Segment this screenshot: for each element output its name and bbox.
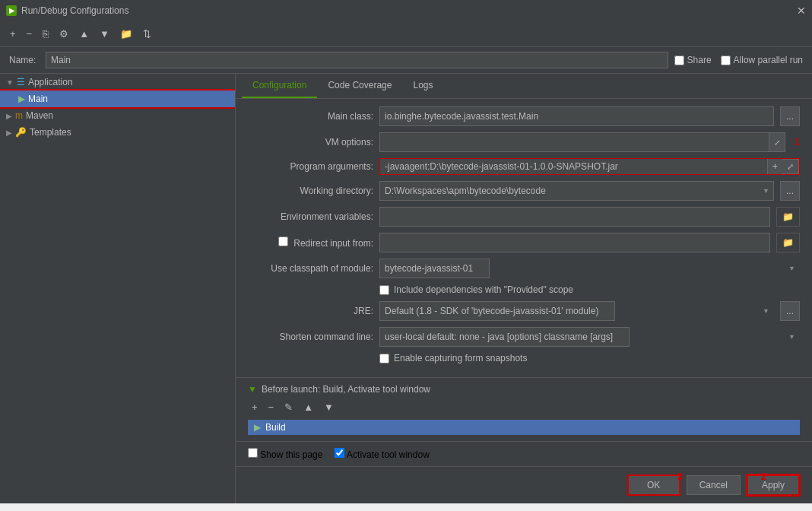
maven-icon: m xyxy=(15,110,23,121)
before-launch-toolbar: + − ✎ ▲ ▼ xyxy=(248,399,800,415)
vm-options-input-area: ⤢ xyxy=(379,132,785,152)
main-class-row: Main class: ... xyxy=(248,106,800,126)
jre-label: JRE: xyxy=(248,306,373,316)
apply-button[interactable]: Apply xyxy=(747,474,800,496)
right-panel: Configuration Code Coverage Logs Main cl… xyxy=(236,74,812,503)
activate-window-text: Activate tool window xyxy=(347,449,430,460)
shorten-label: Shorten command line: xyxy=(248,332,373,342)
templates-label: Templates xyxy=(30,127,71,138)
tree-item-maven[interactable]: ▶ m Maven xyxy=(0,107,235,124)
jre-browse-button[interactable]: ... xyxy=(780,301,800,321)
template-icon: 🔑 xyxy=(15,127,27,138)
sort-button[interactable]: ⇅ xyxy=(139,26,155,42)
before-launch-title: Before launch: Build, Activate tool wind… xyxy=(262,384,430,395)
capture-label: Enable capturing form snapshots xyxy=(394,353,527,363)
cancel-button[interactable]: Cancel xyxy=(687,475,741,495)
before-launch-remove-button[interactable]: − xyxy=(265,399,278,415)
program-args-input[interactable] xyxy=(380,159,767,174)
program-args-expand-button[interactable]: ⤢ xyxy=(782,159,799,174)
name-label: Name: xyxy=(9,55,40,65)
share-checkbox[interactable] xyxy=(674,56,684,65)
env-vars-input[interactable] xyxy=(379,207,770,227)
program-args-label: Program arguments: xyxy=(248,161,373,172)
redirect-row: Redirect input from: 📁 xyxy=(248,233,800,252)
allow-parallel-checkbox[interactable] xyxy=(721,56,731,65)
main-class-label: Main class: xyxy=(248,111,373,122)
working-dir-browse-button[interactable]: ... xyxy=(780,181,800,201)
jre-row: JRE: Default (1.8 - SDK of 'bytecode-jav… xyxy=(248,301,800,321)
number-2-badge: 2 xyxy=(761,471,766,482)
vm-options-row: VM options: ⤢ 1 xyxy=(248,132,800,152)
before-launch-down-button[interactable]: ▼ xyxy=(320,399,338,415)
tree-item-templates[interactable]: ▶ 🔑 Templates xyxy=(0,124,235,141)
redirect-checkbox[interactable] xyxy=(278,236,288,246)
main-label: Main xyxy=(28,94,48,104)
include-dep-row: Include dependencies with "Provided" sco… xyxy=(248,284,800,295)
env-vars-browse-button[interactable]: 📁 xyxy=(776,207,800,227)
number-3-badge: 3 xyxy=(677,471,683,482)
templates-arrow-icon: ▶ xyxy=(6,129,12,137)
share-label: Share xyxy=(687,55,712,65)
before-launch-add-button[interactable]: + xyxy=(248,399,262,415)
main-class-input[interactable] xyxy=(379,106,774,126)
remove-config-button[interactable]: − xyxy=(23,26,36,42)
show-page-checkbox[interactable] xyxy=(248,448,258,458)
move-up-button[interactable]: ▲ xyxy=(75,26,93,42)
settings-config-button[interactable]: ⚙ xyxy=(56,26,72,42)
classpath-select[interactable]: bytecode-javassist-01 xyxy=(379,259,490,278)
footer-row: 3 2 OK Cancel Apply xyxy=(236,466,812,503)
classpath-label: Use classpath of module: xyxy=(248,263,373,274)
vm-options-label: VM options: xyxy=(248,137,373,148)
jre-select[interactable]: Default (1.8 - SDK of 'bytecode-javassis… xyxy=(379,301,615,321)
working-dir-label: Working directory: xyxy=(248,186,373,196)
maven-label: Maven xyxy=(26,110,53,121)
build-label: Build xyxy=(265,422,286,433)
ok-button[interactable]: OK xyxy=(627,474,680,496)
redirect-label: Redirect input from: xyxy=(248,236,373,249)
before-launch-arrow[interactable]: ▼ xyxy=(248,384,257,395)
shorten-row: Shorten command line: user-local default… xyxy=(248,327,800,347)
include-dep-checkbox[interactable] xyxy=(379,285,389,295)
before-launch-header: ▼ Before launch: Build, Activate tool wi… xyxy=(248,384,800,395)
capture-checkbox[interactable] xyxy=(379,354,389,363)
close-button[interactable]: ✕ xyxy=(797,5,806,17)
tab-configuration[interactable]: Configuration xyxy=(242,74,317,98)
env-vars-label: Environment variables: xyxy=(248,211,373,222)
dialog: + − ⎘ ⚙ ▲ ▼ 📁 ⇅ Name: Share Allow parall… xyxy=(0,21,812,503)
allow-parallel-label[interactable]: Allow parallel run xyxy=(721,55,803,65)
tree-item-main[interactable]: ▶ Main xyxy=(0,90,235,107)
tab-logs[interactable]: Logs xyxy=(402,74,443,98)
toolbar: + − ⎘ ⚙ ▲ ▼ 📁 ⇅ xyxy=(0,21,812,47)
tree-item-application[interactable]: ▼ ☰ Application xyxy=(0,74,235,90)
left-panel: ▼ ☰ Application ▶ Main ▶ m Maven ▶ 🔑 Tem… xyxy=(0,74,236,503)
title-bar: ▶ Run/Debug Configurations ✕ xyxy=(0,0,812,21)
add-config-button[interactable]: + xyxy=(6,26,20,42)
before-launch-edit-button[interactable]: ✎ xyxy=(281,399,297,415)
application-icon: ☰ xyxy=(17,77,25,87)
program-args-add-button[interactable]: + xyxy=(767,159,782,174)
show-page-label[interactable]: Show this page xyxy=(248,448,322,460)
copy-config-button[interactable]: ⎘ xyxy=(39,26,52,42)
main-class-browse-button[interactable]: ... xyxy=(780,106,800,126)
redirect-input[interactable] xyxy=(379,233,770,252)
include-dep-label: Include dependencies with "Provided" sco… xyxy=(394,284,573,295)
classpath-row: Use classpath of module: bytecode-javass… xyxy=(248,259,800,278)
name-input[interactable] xyxy=(46,52,668,68)
folder-button[interactable]: 📁 xyxy=(116,26,136,42)
share-checkbox-label[interactable]: Share xyxy=(674,55,712,65)
activate-window-checkbox[interactable] xyxy=(335,448,344,458)
before-launch-up-button[interactable]: ▲ xyxy=(300,399,317,415)
vm-options-input[interactable] xyxy=(380,133,769,151)
tab-code-coverage[interactable]: Code Coverage xyxy=(317,74,402,98)
activate-window-label[interactable]: Activate tool window xyxy=(335,448,429,460)
program-args-row: Program arguments: + ⤢ xyxy=(248,158,800,175)
vm-expand-button[interactable]: ⤢ xyxy=(769,133,785,151)
working-dir-input[interactable] xyxy=(379,181,774,201)
main-content: ▼ ☰ Application ▶ Main ▶ m Maven ▶ 🔑 Tem… xyxy=(0,74,812,503)
before-launch-section: ▼ Before launch: Build, Activate tool wi… xyxy=(236,377,812,441)
maven-arrow-icon: ▶ xyxy=(6,112,12,120)
allow-parallel-text: Allow parallel run xyxy=(734,55,803,65)
shorten-select[interactable]: user-local default: none - java [options… xyxy=(379,327,630,347)
move-down-button[interactable]: ▼ xyxy=(96,26,113,42)
redirect-browse-button[interactable]: 📁 xyxy=(776,233,800,252)
